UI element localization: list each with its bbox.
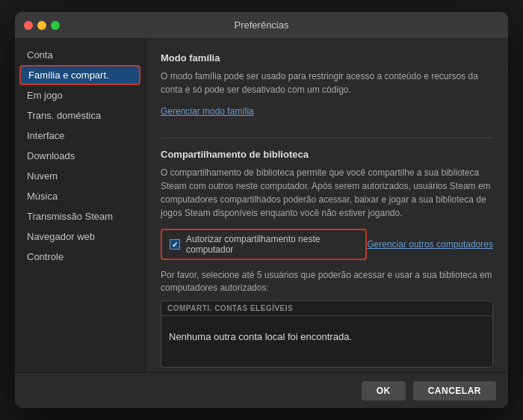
- section-divider: [161, 138, 493, 138]
- empty-message: Nenhuma outra conta local foi encontrada…: [169, 331, 352, 342]
- sidebar-item-trans-domestica[interactable]: Trans. doméstica: [15, 105, 145, 126]
- sidebar: Conta Família e compart. Em jogo Trans. …: [15, 39, 146, 372]
- family-mode-title: Modo família: [161, 52, 493, 64]
- close-button[interactable]: [24, 21, 33, 30]
- accounts-empty-state: Nenhuma outra conta local foi encontrada…: [161, 316, 492, 356]
- footer: OK CANCELAR: [15, 372, 508, 408]
- manage-computers-link[interactable]: Gerenciar outros computadores: [367, 239, 493, 250]
- sidebar-item-em-jogo[interactable]: Em jogo: [15, 85, 145, 105]
- preferences-window: Preferências Conta Família e compart. Em…: [15, 12, 508, 408]
- table-header-label: COMPARTI. CONTAS ELEGÍVEIS: [167, 304, 293, 312]
- sidebar-item-navegador[interactable]: Navegador web: [15, 226, 145, 247]
- maximize-button[interactable]: [51, 21, 60, 30]
- cancel-button[interactable]: CANCELAR: [413, 381, 496, 401]
- sidebar-item-nuvem[interactable]: Nuvem: [15, 166, 145, 186]
- authorize-label: Autorizar compartilhamento neste computa…: [186, 234, 358, 255]
- authorize-checkbox-container[interactable]: Autorizar compartilhamento neste computa…: [161, 229, 367, 260]
- table-header: COMPARTI. CONTAS ELEGÍVEIS: [161, 301, 492, 316]
- sidebar-item-familia[interactable]: Família e compart.: [19, 65, 140, 85]
- accounts-table: COMPARTI. CONTAS ELEGÍVEIS Nenhuma outra…: [161, 300, 493, 368]
- library-sharing-section: Compartilhamento de biblioteca O compart…: [161, 149, 493, 372]
- family-mode-description: O modo família pode ser usado para restr…: [161, 70, 493, 96]
- sidebar-item-downloads[interactable]: Downloads: [15, 146, 145, 166]
- sidebar-item-interface[interactable]: Interface: [15, 126, 145, 146]
- library-sharing-title: Compartilhamento de biblioteca: [161, 149, 493, 160]
- window-content: Conta Família e compart. Em jogo Trans. …: [15, 39, 508, 372]
- sidebar-item-transmissao[interactable]: Transmissão Steam: [15, 206, 145, 226]
- sidebar-item-conta[interactable]: Conta: [15, 45, 145, 65]
- authorize-row: Autorizar compartilhamento neste computa…: [161, 229, 493, 260]
- authorize-checkbox[interactable]: [170, 239, 180, 250]
- ok-button[interactable]: OK: [362, 381, 406, 401]
- sidebar-item-musica[interactable]: Música: [15, 186, 145, 206]
- library-sharing-description: O compartilhamento de biblioteca permite…: [161, 166, 493, 220]
- titlebar: Preferências: [15, 12, 508, 39]
- select-note: Por favor, selecione até 5 usuários que …: [161, 269, 493, 294]
- main-content: Modo família O modo família pode ser usa…: [146, 39, 508, 372]
- manage-family-link[interactable]: Gerenciar modo família: [161, 106, 254, 117]
- sidebar-item-controle[interactable]: Controle: [15, 247, 145, 267]
- traffic-lights: [24, 21, 60, 30]
- minimize-button[interactable]: [37, 21, 46, 30]
- family-mode-section: Modo família O modo família pode ser usa…: [161, 52, 493, 130]
- window-title: Preferências: [235, 19, 289, 31]
